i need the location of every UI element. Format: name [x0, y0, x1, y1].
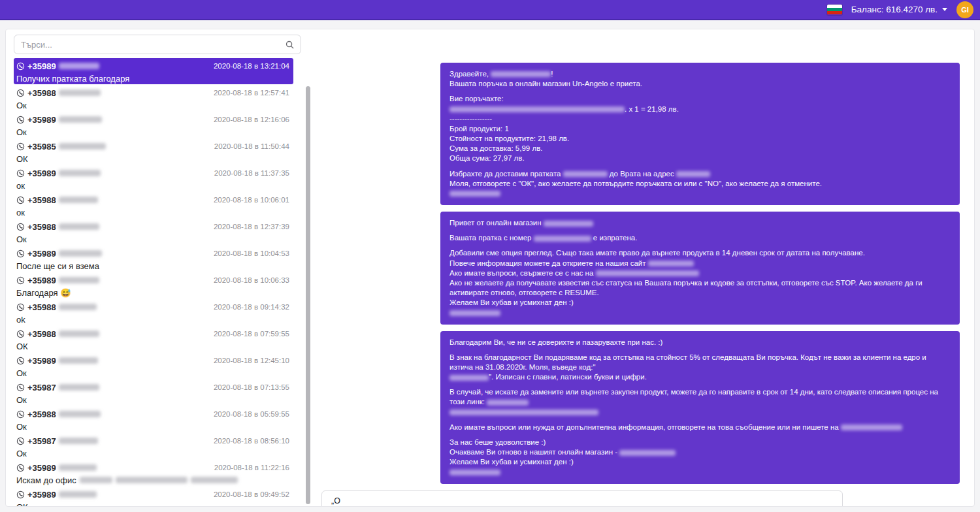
redacted-blur [449, 375, 489, 381]
viber-icon [16, 410, 25, 419]
message-timestamp: 2020-08-18 в 11:50:44 [214, 142, 289, 150]
phone-number: +35989 [27, 115, 56, 125]
incoming-messages: „ОПолучих пратката благодаря [316, 490, 969, 507]
message-timestamp: 2020-08-18 в 12:45:10 [214, 357, 289, 364]
search-input[interactable] [21, 40, 281, 50]
avatar[interactable]: GI [956, 1, 973, 18]
balance-dropdown[interactable]: Баланс: 616.4270 лв. [851, 5, 947, 14]
phone-number: +35989 [27, 61, 56, 71]
viber-icon [16, 330, 25, 338]
redacted-blur [59, 223, 99, 230]
message-preview: Ок [16, 99, 289, 111]
conversation-item[interactable]: +359892020-08-18 в 11:37:35ок [14, 165, 293, 191]
conversation-item[interactable]: +359892020-08-18 в 10:04:53После ще си я… [14, 246, 293, 272]
phone-number: +35989 [27, 356, 56, 366]
redacted-blur [648, 261, 694, 266]
phone-number: +35987 [27, 436, 56, 446]
conversation-item[interactable]: +359892020-08-18 в 12:16:06Ок [14, 112, 293, 138]
redacted-blur [59, 89, 101, 96]
viber-icon [16, 437, 25, 445]
redacted-blur [841, 424, 902, 430]
message-preview: Ок [16, 394, 289, 406]
message-timestamp: 2020-08-18 в 05:59:55 [214, 410, 289, 418]
message-timestamp: 2020-08-18 в 12:37:39 [214, 223, 289, 231]
sidebar-scrollbar[interactable] [306, 86, 310, 504]
message-preview: Ок [16, 367, 289, 379]
message-preview: ОК [16, 340, 289, 352]
redacted-blur [59, 197, 98, 203]
incoming-message-bubble: „О [321, 490, 843, 507]
viber-icon [16, 62, 25, 71]
bulgaria-flag-icon [827, 5, 842, 15]
conversation-item[interactable]: +359882020-08-18 в 10:06:01ок [14, 192, 293, 218]
viber-icon [16, 169, 25, 178]
message-preview: Ок [16, 447, 289, 459]
phone-number: +35988 [27, 409, 56, 419]
redacted-blur [59, 464, 97, 471]
message-timestamp: 2020-08-18 в 07:59:55 [214, 330, 289, 338]
conversation-item[interactable]: +359882020-08-18 в 12:37:39Ок [14, 219, 293, 245]
viber-icon [16, 89, 25, 97]
redacted-blur [563, 171, 608, 177]
message-preview: Ок [16, 126, 289, 138]
redacted-blur [534, 236, 591, 242]
conversation-item[interactable]: +359872020-08-18 в 08:56:10Ок [14, 433, 293, 459]
conversation-item[interactable]: +359892020-08-18 в 11:22:16Искам до офис [14, 460, 293, 486]
conversations-sidebar: +359892020-08-18 в 13:21:04Получих пратк… [14, 35, 302, 506]
message-timestamp: 2020-08-18 в 10:04:53 [214, 249, 289, 257]
conversation-item[interactable]: +359882020-08-18 в 07:59:55ОК [14, 326, 293, 352]
balance-label: Баланс: 616.4270 лв. [851, 5, 938, 14]
phone-number: +35989 [27, 249, 56, 259]
redacted-blur [544, 221, 593, 227]
phone-number: +35988 [27, 88, 56, 98]
conversation-item[interactable]: +359882020-08-18 в 12:57:41Ок [14, 85, 293, 111]
chat-panel: Здравейте, !Вашата поръчка в онлайн мага… [316, 29, 969, 506]
message-timestamp: 2020-08-18 в 13:21:04 [214, 62, 289, 70]
redacted-blur [59, 143, 106, 150]
phone-number: +35988 [27, 302, 56, 312]
message-preview: ок [16, 206, 289, 218]
viber-icon [16, 142, 25, 151]
redacted-blur [449, 106, 625, 112]
outgoing-message-bubble: Благодарим Ви, че ни се доверихте и паза… [440, 331, 960, 484]
redacted-blur [59, 491, 97, 498]
conversation-item[interactable]: +359882020-08-18 в 09:14:32ok [14, 299, 293, 325]
redacted-blur [80, 477, 112, 483]
conversation-item[interactable]: +359892020-08-18 в 12:45:10Ок [14, 353, 293, 379]
redacted-blur [449, 409, 598, 415]
redacted-blur [59, 330, 99, 337]
topbar: Баланс: 616.4270 лв. GI [0, 0, 980, 20]
redacted-blur [596, 270, 699, 276]
redacted-blur [59, 304, 97, 310]
viber-icon [16, 303, 25, 312]
redacted-blur [676, 171, 710, 177]
phone-number: +35988 [27, 329, 56, 339]
conversation-item[interactable]: +359892020-08-18 в 13:21:04Получих пратк… [14, 58, 293, 84]
search-icon[interactable] [285, 40, 295, 52]
conversation-item[interactable]: +359852020-08-18 в 11:50:44ОК [14, 138, 293, 165]
message-timestamp: 2020-08-18 в 09:49:52 [214, 490, 289, 498]
redacted-blur [619, 450, 676, 456]
main-panel: +359892020-08-18 в 13:21:04Получих пратк… [5, 29, 975, 507]
message-preview: ОК [16, 153, 289, 165]
phone-number: +35989 [27, 168, 56, 178]
conversation-item[interactable]: +359892020-08-18 в 10:06:33Благодаря 😅 [14, 272, 293, 298]
message-preview: Искам до офис [16, 474, 289, 486]
message-timestamp: 2020-08-18 в 12:16:06 [214, 116, 289, 123]
conversation-item[interactable]: +359872020-08-18 в 07:13:55Ок [14, 379, 293, 406]
redacted-blur [59, 411, 101, 417]
viber-icon [16, 464, 25, 472]
phone-number: +35989 [27, 276, 56, 285]
redacted-blur [59, 116, 102, 123]
conversation-item[interactable]: +359892020-08-18 в 09:49:52ОК [14, 487, 293, 506]
redacted-blur [59, 250, 102, 257]
viber-icon [16, 490, 25, 499]
chevron-down-icon [942, 8, 947, 11]
viber-icon [16, 223, 25, 231]
message-preview: ок [16, 180, 289, 191]
message-timestamp: 2020-08-18 в 07:13:55 [214, 383, 289, 391]
phone-number: +35988 [27, 222, 56, 232]
viber-icon [16, 249, 25, 258]
conversation-list: +359892020-08-18 в 13:21:04Получих пратк… [14, 58, 302, 506]
conversation-item[interactable]: +359882020-08-18 в 05:59:55Ок [14, 406, 293, 432]
